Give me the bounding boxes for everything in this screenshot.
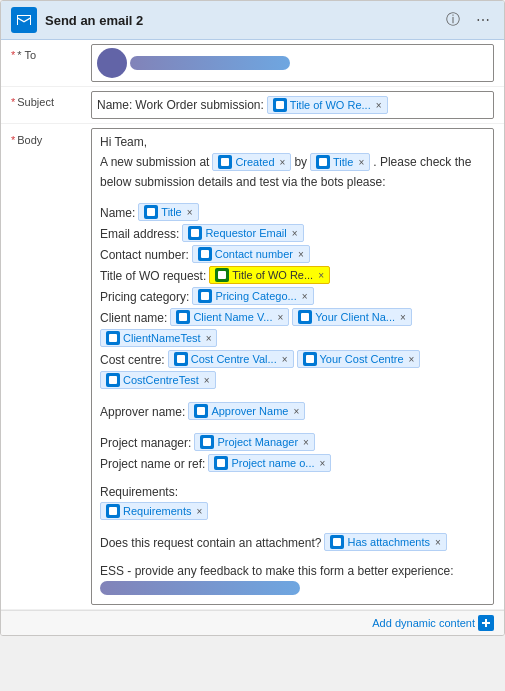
pn-token-icon: [214, 456, 228, 470]
created-token-icon: [218, 155, 232, 169]
client-token2[interactable]: Your Client Na... ×: [292, 308, 412, 326]
created-token[interactable]: Created ×: [212, 153, 291, 171]
body-input[interactable]: Hi Team, A new submission at Created × b…: [91, 128, 494, 605]
cost-token3-icon: [106, 373, 120, 387]
body-cost-row: Cost centre: Cost Centre Val... × Your C…: [100, 350, 485, 368]
to-input[interactable]: [91, 44, 494, 82]
svg-rect-1: [221, 158, 229, 166]
to-avatar: [97, 48, 127, 78]
cost-token1-close[interactable]: ×: [282, 354, 288, 365]
svg-rect-18: [333, 538, 341, 546]
header-actions: ⓘ ⋯: [442, 9, 494, 31]
client-token1-close[interactable]: ×: [277, 312, 283, 323]
approver-token-close[interactable]: ×: [293, 406, 299, 417]
title-token-header-close[interactable]: ×: [358, 157, 364, 168]
pn-token-label: Project name o...: [231, 457, 314, 469]
body-wo-row: Title of WO request: Title of WO Re... ×: [100, 266, 485, 284]
pn-token-close[interactable]: ×: [320, 458, 326, 469]
title-token-header-label: Title: [333, 156, 353, 168]
to-label: ** To: [11, 44, 91, 61]
attachment-field-label: Does this request contain an attachment?: [100, 536, 321, 550]
client-token3-close[interactable]: ×: [206, 333, 212, 344]
contact-token-close[interactable]: ×: [298, 249, 304, 260]
client-token1[interactable]: Client Name V... ×: [170, 308, 289, 326]
contact-token[interactable]: Contact number ×: [192, 245, 310, 263]
subject-token-label: Title of WO Re...: [290, 99, 371, 111]
cost-token1[interactable]: Cost Centre Val... ×: [168, 350, 294, 368]
svg-rect-6: [218, 271, 226, 279]
pricing-token-label: Pricing Catego...: [215, 290, 296, 302]
info-button[interactable]: ⓘ: [442, 9, 464, 31]
svg-rect-7: [201, 292, 209, 300]
card-body: ** To *Subject Name: Work Order submissi…: [1, 40, 504, 610]
svg-rect-13: [109, 376, 117, 384]
body-name-row: Name: Title ×: [100, 203, 485, 221]
cost-token3-label: CostCentreTest: [123, 374, 199, 386]
cost-token2-label: Your Cost Centre: [320, 353, 404, 365]
pricing-token[interactable]: Pricing Catego... ×: [192, 287, 313, 305]
pn-token[interactable]: Project name o... ×: [208, 454, 331, 472]
email-icon: [11, 7, 37, 33]
subject-token-close[interactable]: ×: [376, 100, 382, 111]
client-field-label: Client name:: [100, 311, 167, 325]
cost-token1-label: Cost Centre Val...: [191, 353, 277, 365]
subject-token[interactable]: Title of WO Re... ×: [267, 96, 388, 114]
name-token-icon: [144, 205, 158, 219]
contact-token-icon: [198, 247, 212, 261]
req-token-close[interactable]: ×: [196, 506, 202, 517]
client-token3[interactable]: ClientNameTest ×: [100, 329, 217, 347]
svg-rect-15: [203, 438, 211, 446]
check-text: below submission details and test via th…: [100, 175, 386, 189]
req-token-label: Requirements: [123, 505, 191, 517]
svg-rect-10: [109, 334, 117, 342]
pricing-field-label: Pricing category:: [100, 290, 189, 304]
created-token-close[interactable]: ×: [280, 157, 286, 168]
attachment-token[interactable]: Has attachments ×: [324, 533, 446, 551]
cost-token3[interactable]: CostCentreTest ×: [100, 371, 216, 389]
pricing-token-icon: [198, 289, 212, 303]
pm-token-icon: [200, 435, 214, 449]
svg-rect-3: [147, 208, 155, 216]
body-ess-row: ESS - provide any feedback to make this …: [100, 564, 485, 578]
svg-rect-8: [179, 313, 187, 321]
more-options-button[interactable]: ⋯: [472, 9, 494, 31]
body-client-token3-row: ClientNameTest ×: [100, 329, 485, 347]
svg-rect-4: [191, 229, 199, 237]
pm-token-close[interactable]: ×: [303, 437, 309, 448]
subject-static-prefix: Work Order submission:: [135, 98, 263, 112]
req-token[interactable]: Requirements ×: [100, 502, 208, 520]
subject-token-icon: [273, 98, 287, 112]
subject-input[interactable]: Name: Work Order submission: Title of WO…: [91, 91, 494, 119]
wo-token[interactable]: Title of WO Re... ×: [209, 266, 330, 284]
attachment-token-label: Has attachments: [347, 536, 430, 548]
title-token-header[interactable]: Title ×: [310, 153, 370, 171]
pm-token[interactable]: Project Manager ×: [194, 433, 315, 451]
attachment-token-close[interactable]: ×: [435, 537, 441, 548]
add-dynamic-content-button[interactable]: Add dynamic content: [372, 615, 494, 631]
cost-token2[interactable]: Your Cost Centre ×: [297, 350, 421, 368]
cost-token3-close[interactable]: ×: [204, 375, 210, 386]
by-text: by: [294, 155, 307, 169]
approver-field-label: Approver name:: [100, 405, 185, 419]
body-pricing-row: Pricing category: Pricing Catego... ×: [100, 287, 485, 305]
card-footer: Add dynamic content: [1, 610, 504, 635]
pricing-token-close[interactable]: ×: [302, 291, 308, 302]
client-token2-close[interactable]: ×: [400, 312, 406, 323]
subject-label: *Subject: [11, 91, 91, 108]
approver-token-icon: [194, 404, 208, 418]
name-token[interactable]: Title ×: [138, 203, 198, 221]
wo-token-label: Title of WO Re...: [232, 269, 313, 281]
wo-token-close[interactable]: ×: [318, 270, 324, 281]
contact-token-label: Contact number: [215, 248, 293, 260]
cost-token2-close[interactable]: ×: [409, 354, 415, 365]
email-token[interactable]: Requestor Email ×: [182, 224, 303, 242]
body-req-row: Requirements ×: [100, 502, 485, 520]
name-token-close[interactable]: ×: [187, 207, 193, 218]
body-contact-row: Contact number: Contact number ×: [100, 245, 485, 263]
approver-token[interactable]: Approver Name ×: [188, 402, 305, 420]
svg-rect-14: [197, 407, 205, 415]
body-label: *Body: [11, 128, 91, 146]
body-client-row: Client name: Client Name V... × Your Cli…: [100, 308, 485, 326]
body-line-submission: A new submission at Created × by Title: [100, 153, 485, 171]
email-token-close[interactable]: ×: [292, 228, 298, 239]
